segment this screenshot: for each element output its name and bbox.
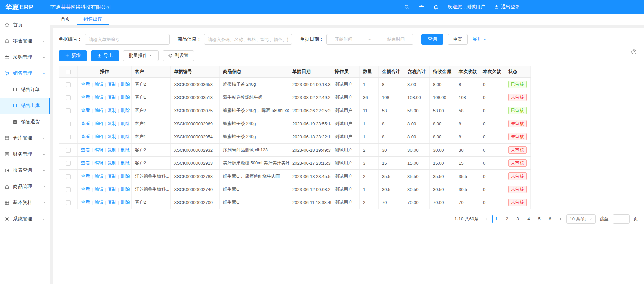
row-action-delete[interactable]: 删除 xyxy=(121,95,130,100)
row-action-edit[interactable]: 编辑 xyxy=(94,173,103,179)
cell-qty: 36 xyxy=(360,91,379,104)
row-checkbox[interactable] xyxy=(66,135,71,139)
row-action-edit[interactable]: 编辑 xyxy=(94,187,103,192)
row-action-delete[interactable]: 删除 xyxy=(121,108,130,113)
sidebar-item-sales-outbound[interactable]: 销售出库 xyxy=(0,98,50,114)
row-action-copy[interactable]: 复制 xyxy=(108,173,116,179)
product-info-input[interactable] xyxy=(204,34,292,45)
row-action-delete[interactable]: 删除 xyxy=(121,82,130,87)
add-button[interactable]: 新增 xyxy=(59,50,87,61)
row-action-copy[interactable]: 复制 xyxy=(108,95,116,100)
cell-customer: 客户1 xyxy=(132,130,171,144)
sidebar-item-sales[interactable]: 销售管理 xyxy=(0,65,50,82)
sidebar-item-sales-return[interactable]: 销售退货 xyxy=(0,114,50,130)
row-checkbox[interactable] xyxy=(66,122,71,126)
row-action-copy[interactable]: 复制 xyxy=(108,134,116,139)
cell-receivable: 15.00 xyxy=(430,157,455,170)
next-page-button[interactable] xyxy=(558,217,562,221)
page-size-select[interactable]: 10 条/页 xyxy=(566,214,596,224)
row-action-delete[interactable]: 删除 xyxy=(121,134,130,139)
row-action-delete[interactable]: 删除 xyxy=(121,147,130,152)
row-action-delete[interactable]: 删除 xyxy=(121,200,130,205)
row-action-view[interactable]: 查看 xyxy=(81,134,90,139)
sidebar-item-home[interactable]: 首页 xyxy=(0,17,50,33)
row-action-copy[interactable]: 复制 xyxy=(108,160,116,165)
row-action-edit[interactable]: 编辑 xyxy=(94,147,103,152)
row-action-copy[interactable]: 复制 xyxy=(108,108,116,113)
cell-bill-no: XSCK00000002740 xyxy=(171,183,220,196)
row-action-view[interactable]: 查看 xyxy=(81,147,90,152)
date-range-input[interactable]: 开始时间 ~ 结束时间 xyxy=(326,34,413,45)
row-action-edit[interactable]: 编辑 xyxy=(94,121,103,126)
row-action-edit[interactable]: 编辑 xyxy=(94,160,103,165)
row-action-view[interactable]: 查看 xyxy=(81,200,90,205)
page-number-4[interactable]: 4 xyxy=(525,215,533,223)
sidebar-item-retail[interactable]: 零售管理 xyxy=(0,33,50,49)
tab-home[interactable]: 首页 xyxy=(54,14,77,25)
row-checkbox[interactable] xyxy=(66,187,71,192)
row-action-copy[interactable]: 复制 xyxy=(108,187,116,192)
sidebar-item-purchase[interactable]: 采购管理 xyxy=(0,49,50,65)
row-action-delete[interactable]: 删除 xyxy=(121,187,130,192)
cell-operator: 测试用户 xyxy=(331,117,360,130)
page-number-6[interactable]: 6 xyxy=(546,215,554,223)
reset-button[interactable]: 重置 xyxy=(448,34,468,45)
sidebar-item-sales-order[interactable]: 销售订单 xyxy=(0,82,50,98)
prev-page-button[interactable] xyxy=(484,217,488,221)
row-action-view[interactable]: 查看 xyxy=(81,82,90,87)
column-settings-button[interactable]: 列设置 xyxy=(163,50,194,61)
page-number-3[interactable]: 3 xyxy=(514,215,522,223)
row-action-delete[interactable]: 删除 xyxy=(121,160,130,165)
search-icon[interactable] xyxy=(404,4,410,10)
sidebar-item-warehouse[interactable]: 仓库管理 xyxy=(0,130,50,146)
row-action-view[interactable]: 查看 xyxy=(81,95,90,100)
sidebar-item-finance[interactable]: 财务管理 xyxy=(0,146,50,162)
bank-icon[interactable] xyxy=(419,4,424,10)
row-action-view[interactable]: 查看 xyxy=(81,187,90,192)
row-action-copy[interactable]: 复制 xyxy=(108,121,116,126)
row-action-view[interactable]: 查看 xyxy=(81,121,90,126)
row-action-edit[interactable]: 编辑 xyxy=(94,134,103,139)
row-action-view[interactable]: 查看 xyxy=(81,160,90,165)
row-checkbox[interactable] xyxy=(66,148,71,153)
row-checkbox[interactable] xyxy=(66,95,71,100)
row-action-delete[interactable]: 删除 xyxy=(121,173,130,179)
action-separator: | xyxy=(118,108,119,113)
row-checkbox[interactable] xyxy=(66,82,71,87)
export-button[interactable]: 导出 xyxy=(91,50,119,61)
sidebar-item-system[interactable]: 系统管理 xyxy=(0,211,50,227)
logout-button[interactable]: 退出登录 xyxy=(494,4,520,10)
row-checkbox[interactable] xyxy=(66,108,71,113)
cell-tax-total: 8.00 xyxy=(404,130,430,144)
row-action-edit[interactable]: 编辑 xyxy=(94,95,103,100)
row-action-edit[interactable]: 编辑 xyxy=(94,200,103,205)
jump-page-input[interactable] xyxy=(613,214,630,224)
row-action-copy[interactable]: 复制 xyxy=(108,200,116,205)
row-action-view[interactable]: 查看 xyxy=(81,108,90,113)
sidebar-item-basic[interactable]: 基本资料 xyxy=(0,195,50,211)
tab-sales-outbound[interactable]: 销售出库 xyxy=(77,14,109,25)
row-action-edit[interactable]: 编辑 xyxy=(94,82,103,87)
sidebar-item-report[interactable]: 报表查询 xyxy=(0,162,50,179)
help-icon[interactable] xyxy=(631,49,637,55)
status-badge: 未审核 xyxy=(508,159,527,167)
row-checkbox[interactable] xyxy=(66,200,71,205)
bell-icon[interactable] xyxy=(433,4,439,10)
sidebar-item-goods[interactable]: 商品管理 xyxy=(0,179,50,195)
row-action-edit[interactable]: 编辑 xyxy=(94,108,103,113)
chevron-down-icon xyxy=(42,217,46,221)
row-action-delete[interactable]: 删除 xyxy=(121,121,130,126)
page-number-5[interactable]: 5 xyxy=(535,215,543,223)
row-action-copy[interactable]: 复制 xyxy=(108,82,116,87)
bill-no-input[interactable] xyxy=(85,34,170,45)
row-checkbox[interactable] xyxy=(66,161,71,166)
search-button[interactable]: 查询 xyxy=(421,34,443,45)
row-checkbox[interactable] xyxy=(66,174,71,179)
select-all-checkbox[interactable] xyxy=(66,70,71,74)
row-action-view[interactable]: 查看 xyxy=(81,173,90,179)
page-number-2[interactable]: 2 xyxy=(503,215,511,223)
batch-actions-button[interactable]: 批量操作 xyxy=(123,50,159,61)
page-number-1[interactable]: 1 xyxy=(492,215,500,223)
expand-link[interactable]: 展开 xyxy=(472,36,487,42)
row-action-copy[interactable]: 复制 xyxy=(108,147,116,152)
